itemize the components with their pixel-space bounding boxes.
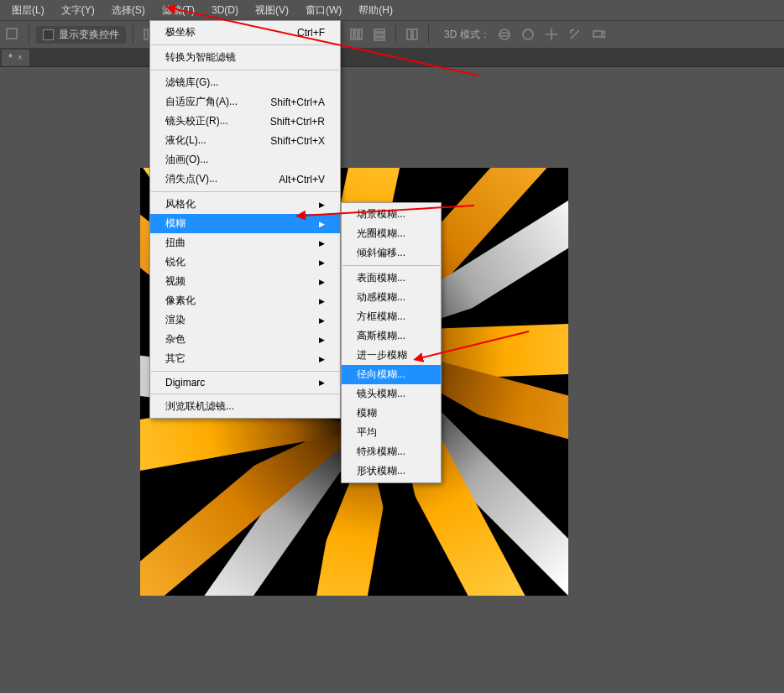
menu-item-label: 风格化 (165, 197, 196, 211)
svg-point-4 (499, 33, 510, 36)
filter-menu-item[interactable]: 视频▶ (150, 272, 340, 291)
submenu-arrow-icon: ▶ (319, 336, 325, 344)
3d-roll-icon[interactable] (519, 25, 537, 44)
menu-layer[interactable]: 图层(L) (3, 1, 53, 20)
menu-item-label: 渲染 (165, 313, 186, 327)
filter-menu-item[interactable]: 风格化▶ (150, 195, 340, 214)
3d-pan-icon[interactable] (542, 25, 561, 44)
blur-menu-item[interactable]: 径向模糊... (342, 365, 441, 384)
blur-menu-item[interactable]: 形状模糊... (342, 461, 441, 481)
menu-shortcut: Alt+Ctrl+V (279, 174, 325, 185)
submenu-arrow-icon: ▶ (319, 355, 325, 363)
menubar: 图层(L) 文字(Y) 选择(S) 滤镜(T) 3D(D) 视图(V) 窗口(W… (0, 0, 784, 20)
distribute-icon-2[interactable] (370, 25, 389, 44)
menu-item-label: 形状模糊... (357, 464, 405, 478)
document-tabstrip: * × (0, 49, 784, 67)
filter-menu-item[interactable]: 油画(O)... (150, 150, 340, 169)
menu-select[interactable]: 选择(S) (103, 1, 154, 20)
menu-item-label: 倾斜偏移... (357, 246, 405, 260)
menu-divider (151, 70, 339, 70)
filter-menu-item[interactable]: 消失点(V)...Alt+Ctrl+V (150, 169, 340, 189)
tool-icon[interactable] (3, 25, 22, 44)
menu-item-label: 镜头模糊... (357, 387, 405, 401)
blur-menu-item[interactable]: 动感模糊... (342, 288, 441, 307)
menu-divider (151, 191, 339, 192)
svg-rect-6 (593, 31, 602, 37)
menu-divider (151, 44, 339, 45)
blur-menu-item[interactable]: 方框模糊... (342, 307, 441, 326)
transform-controls-label: 显示变换控件 (59, 28, 119, 42)
options-toolbar: 显示变换控件 3D 模式： (0, 20, 784, 49)
blur-menu-item[interactable]: 特殊模糊... (342, 442, 441, 461)
submenu-arrow-icon: ▶ (319, 297, 325, 305)
blur-menu-item[interactable]: 镜头模糊... (342, 384, 441, 404)
filter-menu-item[interactable]: 模糊▶ (150, 214, 340, 233)
menu-item-label: 像素化 (165, 294, 196, 308)
filter-menu-item[interactable]: 锐化▶ (150, 253, 340, 272)
distribute-icon-1[interactable] (347, 25, 365, 44)
menu-item-label: 特殊模糊... (357, 445, 405, 459)
menu-window[interactable]: 窗口(W) (297, 1, 350, 20)
submenu-arrow-icon: ▶ (319, 201, 325, 209)
filter-menu-item[interactable]: 液化(L)...Shift+Ctrl+X (150, 131, 340, 150)
blur-menu-item[interactable]: 倾斜偏移... (342, 243, 441, 263)
filter-menu-item[interactable]: 渲染▶ (150, 310, 340, 330)
menu-item-label: 模糊 (357, 406, 377, 420)
filter-menu-item[interactable]: 浏览联机滤镜... (150, 397, 340, 416)
blur-menu-item[interactable]: 场景模糊... (342, 205, 441, 224)
blur-menu-item[interactable]: 模糊 (342, 404, 441, 423)
menu-text[interactable]: 文字(Y) (53, 1, 103, 20)
svg-rect-0 (7, 29, 17, 39)
svg-point-3 (499, 29, 510, 39)
blur-menu-item[interactable]: 表面模糊... (342, 268, 441, 288)
blur-menu-item[interactable]: 进一步模糊 (342, 346, 441, 365)
mode3d-label: 3D 模式： (444, 28, 490, 42)
3d-zoom-icon[interactable] (589, 25, 608, 44)
filter-menu-item[interactable]: Digimarc▶ (150, 374, 340, 391)
menu-item-label: 自适应广角(A)... (165, 95, 238, 109)
filter-menu-item[interactable]: 极坐标Ctrl+F (150, 23, 340, 42)
menu-item-label: 扭曲 (165, 236, 186, 250)
show-transform-controls[interactable]: 显示变换控件 (36, 26, 126, 44)
blur-menu-item[interactable]: 高斯模糊... (342, 326, 441, 346)
menu-item-label: 动感模糊... (357, 290, 405, 305)
submenu-arrow-icon: ▶ (319, 278, 325, 286)
blur-menu-item[interactable]: 平均 (342, 423, 441, 442)
tab-title: * (8, 52, 13, 64)
blur-menu-item[interactable]: 光圈模糊... (342, 224, 441, 243)
menu-item-label: 锐化 (165, 255, 186, 269)
filter-menu: 极坐标Ctrl+F转换为智能滤镜滤镜库(G)...自适应广角(A)...Shif… (149, 20, 341, 419)
menu-item-label: 高斯模糊... (357, 329, 405, 343)
menu-item-label: 光圈模糊... (357, 227, 405, 241)
filter-menu-item[interactable]: 杂色▶ (150, 330, 340, 349)
filter-menu-item[interactable]: 滤镜库(G)... (150, 73, 340, 92)
close-icon[interactable]: × (18, 53, 23, 62)
filter-menu-item[interactable]: 转换为智能滤镜 (150, 48, 340, 67)
distribute-icon-3[interactable] (403, 25, 421, 44)
3d-slide-icon[interactable] (566, 25, 584, 44)
filter-menu-item[interactable]: 自适应广角(A)...Shift+Ctrl+A (150, 92, 340, 112)
menu-view[interactable]: 视图(V) (247, 1, 297, 20)
menu-item-label: 油画(O)... (165, 153, 208, 167)
filter-menu-item[interactable]: 扭曲▶ (150, 233, 340, 253)
menu-item-label: 进一步模糊 (357, 348, 407, 362)
menu-shortcut: Shift+Ctrl+A (270, 96, 325, 108)
menu-shortcut: Ctrl+F (297, 27, 325, 39)
filter-menu-item[interactable]: 镜头校正(R)...Shift+Ctrl+R (150, 112, 340, 131)
menu-item-label: 消失点(V)... (165, 172, 217, 186)
filter-menu-item[interactable]: 像素化▶ (150, 291, 340, 310)
menu-filter[interactable]: 滤镜(T) (154, 1, 203, 20)
submenu-arrow-icon: ▶ (319, 239, 325, 248)
menu-item-label: 平均 (357, 425, 377, 440)
menu-item-label: 杂色 (165, 332, 186, 346)
filter-menu-item[interactable]: 其它▶ (150, 349, 340, 368)
document-tab[interactable]: * × (2, 50, 29, 66)
menu-help[interactable]: 帮助(H) (350, 1, 401, 20)
svg-rect-2 (413, 29, 417, 39)
submenu-arrow-icon: ▶ (319, 378, 325, 387)
menu-divider (151, 393, 339, 394)
menu-item-label: 表面模糊... (357, 271, 405, 285)
menu-3d[interactable]: 3D(D) (203, 2, 247, 18)
3d-orbit-icon[interactable] (495, 25, 514, 44)
menu-item-label: 液化(L)... (165, 133, 206, 148)
